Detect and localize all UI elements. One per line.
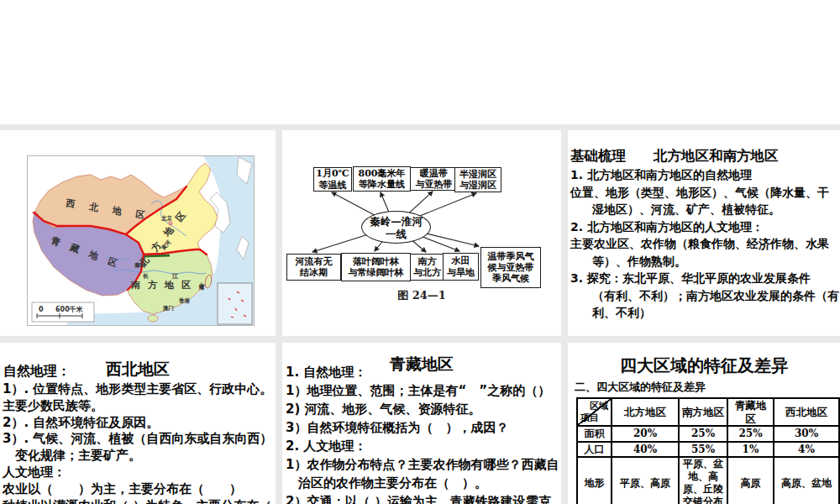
text-line: 种植业以灌溉农业和（ ）为特色，主要分布在（ xyxy=(3,498,272,504)
text-line: 2）. 自然环境特征及原因。 xyxy=(3,415,272,432)
table-cell: 平原、盆地、高原、丘陵交错分布 xyxy=(679,457,727,504)
scale-zero: 0 xyxy=(39,306,44,313)
text-line: 3）自然环境特征概括为（ ），成因？ xyxy=(286,418,559,437)
china-regions-map: 西北地区 北方地区 青藏地区 南方地区 秦岭 长江 黄河 北京 台湾省 香港 澳… xyxy=(27,155,255,326)
diagram-box-river-freeze: 河流有无 结冰期 xyxy=(286,254,341,281)
table-row: 面积 20% 25% 25% 30% xyxy=(577,426,839,442)
map-label-changjiang: 长江 xyxy=(142,273,202,280)
column-header: 西北地区 xyxy=(774,398,839,426)
table-cell: 40% xyxy=(612,442,679,457)
outline-text: 1）. 位置特点、地形类型主要省区、行政中心。 主要少数民族等。 2）. 自然环… xyxy=(3,381,272,504)
row-label: 地形 xyxy=(577,457,612,504)
table-cell: 25% xyxy=(679,426,727,442)
diagram-box-temp-zones: 暖温带 与亚热带 xyxy=(410,167,458,191)
table-cell: 平原、高原 xyxy=(612,457,679,504)
south-sea-inset xyxy=(218,283,252,324)
panel-northwest-region: 西北地区 自然地理： 1）. 位置特点、地形类型主要省区、行政中心。 主要少数民… xyxy=(0,343,276,504)
text-line: 1. 自然地理： xyxy=(286,363,559,381)
map-label-beijing: 北京 xyxy=(160,215,173,222)
table-cell: 55% xyxy=(679,442,727,457)
text-line: 主要农业区、农作物（粮食作物、经济作物、水果 xyxy=(570,235,839,253)
table-header-row: 区域 项目 北方地区 南方地区 青藏地区 西北地区 xyxy=(577,398,839,426)
text-line: 3）. 气候、河流、植被（自西向东或自东向西） xyxy=(3,431,272,448)
corner-label-item: 项目 xyxy=(580,412,599,424)
side-label: 自然地理： xyxy=(3,363,71,381)
outline-text: 1. 北方地区和南方地区的自然地理 位置、地形（类型、地形区）、气候（降水量、干… xyxy=(570,166,839,322)
table-cell: 25% xyxy=(727,426,774,442)
panel-region-map: 西北地区 北方地区 青藏地区 南方地区 秦岭 长江 黄河 北京 台湾省 香港 澳… xyxy=(0,130,276,336)
text-line: 1. 北方地区和南方地区的自然地理 xyxy=(570,166,839,184)
text-line: 1）农作物分布特点？主要农作物有哪些？西藏自 xyxy=(286,455,559,474)
map-label-qinling: 秦岭 xyxy=(134,262,147,269)
text-line: 农业以（ ）为主，主要分布在（ ） xyxy=(3,481,272,498)
outline-text: 1. 自然地理： 1）地理位置、范围；主体是有“ ”之称的（） 2) 河流、地形… xyxy=(286,363,559,504)
column-header: 青藏地区 xyxy=(727,398,774,426)
text-line: 3. 探究：东北平原、华北平原的农业发展条件 xyxy=(570,270,839,287)
diagram-center-ellipse: 秦岭—淮河 一线 xyxy=(361,211,431,244)
text-line: 主要少数民族等。 xyxy=(3,398,272,415)
table-cell: 4% xyxy=(774,442,839,457)
row-label: 面积 xyxy=(577,426,612,442)
text-line: （有利、不利）；南方地区农业发展的条件（有 xyxy=(570,287,839,305)
slide-sheet: 西北地区 北方地区 青藏地区 南方地区 秦岭 长江 黄河 北京 台湾省 香港 澳… xyxy=(0,0,840,504)
map-label-aomen: 澳门 xyxy=(162,305,174,312)
diagram-box-monsoon: 温带季风气 候与亚热带 季风气候 xyxy=(480,247,541,288)
text-line: 治区的农作物主要分布在（ ）。 xyxy=(286,474,559,492)
diagram-box-paddy-dry: 水田 与旱地 xyxy=(443,253,479,281)
subtitle: 二、四大区域的特征及差异 xyxy=(575,380,706,395)
diagram-box-isohyet: 800毫米年 等降水量线 xyxy=(353,166,411,192)
panel-qingzang-region: 青藏地区 1. 自然地理： 1）地理位置、范围；主体是有“ ”之称的（） 2) … xyxy=(282,343,561,504)
text-line: 2. 人文地理： xyxy=(286,437,559,455)
table-cell: 20% xyxy=(612,426,679,442)
scale-label: 600千米 xyxy=(55,306,83,313)
table-row: 人口 40% 55% 1% 4% xyxy=(577,442,839,457)
diagram-box-humid-zones: 半湿润区 与湿润区 xyxy=(454,167,501,192)
text-line: 变化规律；主要矿产。 xyxy=(3,448,272,465)
text-line: 2）交通：以（ ）运输为主，青藏铁路建设需克 xyxy=(286,492,559,504)
scale-bar: 0 600千米 xyxy=(32,302,94,322)
table-cell: 1% xyxy=(727,442,774,457)
map-label-nanfang: 南方地区 xyxy=(130,280,198,291)
column-header: 北方地区 xyxy=(612,398,679,426)
panel-four-regions-table: 四大区域的特征及差异 二、四大区域的特征及差异 区域 项目 北方地区 南方地区 … xyxy=(568,343,840,504)
section-heading: 基础梳理 北方地区和南方地区 xyxy=(570,147,779,165)
text-line: 人文地理： xyxy=(3,465,272,481)
table-cell: 高原、盆地 xyxy=(774,457,839,504)
text-line: 湿地区）、河流、矿产、植被特征。 xyxy=(570,201,839,218)
panel-title: 四大区域的特征及差异 xyxy=(568,354,840,377)
panel-basics-outline: 基础梳理 北方地区和南方地区 1. 北方地区和南方地区的自然地理 位置、地形（类… xyxy=(568,130,840,336)
table-cell: 高原 xyxy=(727,457,774,504)
text-line: 等）、作物熟制。 xyxy=(570,253,839,270)
diagram-box-south-north: 南方 与北方 xyxy=(410,254,444,281)
text-line: 利、不利） xyxy=(570,304,839,322)
text-line: 2) 河流、地形、气候、资源特征。 xyxy=(286,400,559,418)
row-label: 人口 xyxy=(577,442,612,457)
panel-qinling-diagram: 1月0℃ 等温线 800毫米年 等降水量线 暖温带 与亚热带 半湿润区 与湿润区… xyxy=(282,130,561,336)
text-line: 位置、地形（类型、地形区）、气候（降水量、干 xyxy=(570,184,839,202)
text-line: 1）地理位置、范围；主体是有“ ”之称的（） xyxy=(286,381,559,400)
text-line: 1）. 位置特点、地形类型主要省区、行政中心。 xyxy=(3,381,272,398)
figure-caption: 图 24—1 xyxy=(282,288,561,303)
corner-label-region: 区域 xyxy=(590,401,608,412)
diagram-box-forest-types: 落叶阔叶林 与常绿阔叶林 xyxy=(341,253,411,281)
map-label-xianggang: 香港 xyxy=(178,297,191,304)
table-cell: 30% xyxy=(774,426,839,442)
hainan-island xyxy=(148,315,158,322)
table-row: 地形 平原、高原 平原、盆地、高原、丘陵交错分布 高原 高原、盆地 xyxy=(577,457,839,504)
diagram-box-isotherm: 1月0℃ 等温线 xyxy=(313,167,352,192)
column-header: 南方地区 xyxy=(679,398,727,426)
text-line: 2. 北方地区和南方地区的人文地理： xyxy=(570,218,839,236)
corner-header-cell: 区域 项目 xyxy=(577,398,612,426)
regions-comparison-table: 区域 项目 北方地区 南方地区 青藏地区 西北地区 面积 20% 25% 25%… xyxy=(576,397,840,504)
